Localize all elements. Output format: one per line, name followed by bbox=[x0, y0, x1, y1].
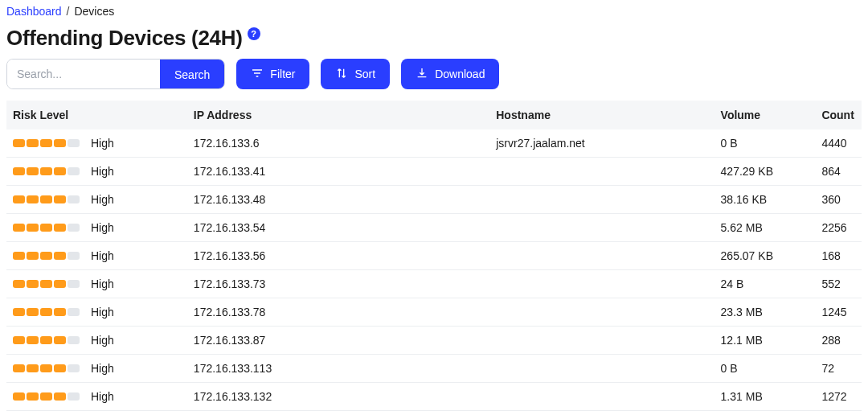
col-header-volume[interactable]: Volume bbox=[721, 101, 822, 129]
cell-volume: 12.1 MB bbox=[721, 327, 822, 354]
risk-label: High bbox=[91, 306, 114, 318]
cell-ip: 192.168.1.138 bbox=[194, 411, 496, 415]
search-button[interactable]: Search bbox=[160, 60, 224, 89]
table-row[interactable]: High172.16.133.56265.07 KB168 bbox=[6, 242, 862, 270]
sort-icon bbox=[335, 67, 348, 82]
cell-ip: 172.16.133.78 bbox=[194, 298, 496, 326]
risk-label: High bbox=[91, 390, 114, 403]
cell-risk: High bbox=[6, 186, 194, 213]
cell-host bbox=[496, 361, 720, 376]
table-row[interactable]: High172.16.133.1321.31 MB1272 bbox=[6, 383, 862, 411]
col-header-risk[interactable]: Risk Level bbox=[6, 101, 194, 129]
cell-count: 864 bbox=[821, 158, 862, 185]
cell-ip: 172.16.133.54 bbox=[194, 214, 496, 241]
cell-volume: 0 B bbox=[721, 355, 822, 382]
download-button[interactable]: Download bbox=[401, 59, 499, 89]
cell-host bbox=[496, 305, 720, 319]
table-row[interactable]: High172.16.133.6jsrvr27.jaalam.net0 B444… bbox=[6, 129, 862, 158]
cell-volume: 1.31 MB bbox=[721, 383, 822, 410]
breadcrumb-current: Devices bbox=[74, 5, 114, 18]
cell-risk: High bbox=[6, 129, 194, 157]
table-row[interactable]: High172.16.133.41427.29 KB864 bbox=[6, 158, 862, 186]
col-header-count[interactable]: Count bbox=[821, 101, 862, 129]
search-button-label: Search bbox=[174, 68, 210, 81]
table-row[interactable]: High172.16.133.4838.16 KB360 bbox=[6, 186, 862, 214]
risk-bars-icon bbox=[13, 252, 80, 260]
col-header-host[interactable]: Hostname bbox=[496, 101, 720, 129]
cell-host bbox=[496, 192, 720, 207]
risk-label: High bbox=[91, 249, 114, 262]
controls-bar: Search Filter Sort Download bbox=[6, 59, 862, 101]
cell-ip: 172.16.133.73 bbox=[194, 270, 496, 298]
risk-label: High bbox=[91, 277, 114, 290]
cell-ip: 172.16.133.87 bbox=[194, 327, 496, 354]
cell-ip: 172.16.133.48 bbox=[194, 186, 496, 213]
table-row[interactable]: High172.16.133.7823.3 MB1245 bbox=[6, 298, 862, 327]
devices-table: Risk Level IP Address Hostname Volume Co… bbox=[6, 101, 862, 415]
cell-volume: 23.3 MB bbox=[721, 298, 822, 326]
sort-button-label: Sort bbox=[354, 68, 375, 80]
table-header: Risk Level IP Address Hostname Volume Co… bbox=[6, 101, 862, 129]
cell-count: 552 bbox=[821, 270, 862, 298]
filter-button-label: Filter bbox=[270, 68, 295, 80]
cell-host bbox=[496, 249, 720, 263]
cell-ip: 172.16.133.6 bbox=[194, 129, 496, 157]
col-header-ip[interactable]: IP Address bbox=[194, 101, 496, 129]
cell-count: 4440 bbox=[821, 129, 862, 157]
risk-label: High bbox=[91, 165, 114, 178]
cell-risk: High bbox=[6, 158, 194, 185]
page-title: Offending Devices (24H) bbox=[6, 26, 243, 51]
cell-count: 168 bbox=[821, 242, 862, 269]
cell-host bbox=[496, 277, 720, 291]
cell-host bbox=[496, 164, 720, 179]
cell-risk: High bbox=[6, 298, 194, 326]
risk-bars-icon bbox=[13, 195, 80, 203]
risk-bars-icon bbox=[13, 336, 80, 344]
cell-risk: High bbox=[6, 270, 194, 298]
cell-volume: 0 B bbox=[721, 129, 822, 157]
sort-button[interactable]: Sort bbox=[321, 59, 390, 89]
download-icon bbox=[416, 67, 428, 82]
table-row[interactable]: High172.16.133.1130 B72 bbox=[6, 355, 862, 383]
risk-label: High bbox=[91, 334, 114, 347]
cell-count: 2256 bbox=[821, 214, 862, 241]
cell-count: 72 bbox=[821, 355, 862, 382]
risk-label: High bbox=[91, 193, 114, 206]
help-icon[interactable]: ? bbox=[248, 27, 260, 40]
cell-count: 288 bbox=[821, 327, 862, 354]
cell-volume: 58.59 MB bbox=[721, 411, 822, 415]
table-row[interactable]: High172.16.133.545.62 MB2256 bbox=[6, 214, 862, 242]
cell-risk: High bbox=[6, 327, 194, 354]
table-row[interactable]: High172.16.133.8712.1 MB288 bbox=[6, 327, 862, 355]
filter-button[interactable]: Filter bbox=[236, 59, 309, 89]
cell-risk: High bbox=[6, 214, 194, 241]
search-input[interactable] bbox=[7, 60, 160, 88]
risk-label: High bbox=[91, 221, 114, 234]
risk-bars-icon bbox=[13, 308, 80, 316]
cell-count: 12510 bbox=[821, 411, 862, 415]
cell-ip: 172.16.133.132 bbox=[194, 383, 496, 410]
cell-host bbox=[496, 220, 720, 235]
cell-count: 1272 bbox=[821, 383, 862, 410]
cell-host: jsrvr27.jaalam.net bbox=[496, 129, 720, 157]
table-body: High172.16.133.6jsrvr27.jaalam.net0 B444… bbox=[6, 129, 862, 415]
risk-bars-icon bbox=[13, 224, 80, 232]
cell-risk: High bbox=[6, 383, 194, 410]
breadcrumb-sep: / bbox=[67, 5, 70, 18]
risk-bars-icon bbox=[13, 167, 80, 175]
risk-bars-icon bbox=[13, 280, 80, 288]
cell-count: 360 bbox=[821, 186, 862, 213]
risk-bars-icon bbox=[13, 364, 80, 372]
risk-bars-icon bbox=[13, 392, 80, 401]
cell-count: 1245 bbox=[821, 298, 862, 326]
cell-ip: 172.16.133.113 bbox=[194, 355, 496, 382]
cell-volume: 5.62 MB bbox=[721, 214, 822, 241]
breadcrumb-dashboard[interactable]: Dashboard bbox=[6, 5, 62, 18]
table-row[interactable]: High192.168.1.13858.59 MB12510 bbox=[6, 411, 862, 415]
search-group: Search bbox=[6, 59, 225, 89]
table-row[interactable]: High172.16.133.7324 B552 bbox=[6, 270, 862, 298]
cell-volume: 38.16 KB bbox=[721, 186, 822, 213]
cell-ip: 172.16.133.41 bbox=[194, 158, 496, 185]
cell-volume: 24 B bbox=[721, 270, 822, 298]
risk-bars-icon bbox=[13, 139, 80, 147]
